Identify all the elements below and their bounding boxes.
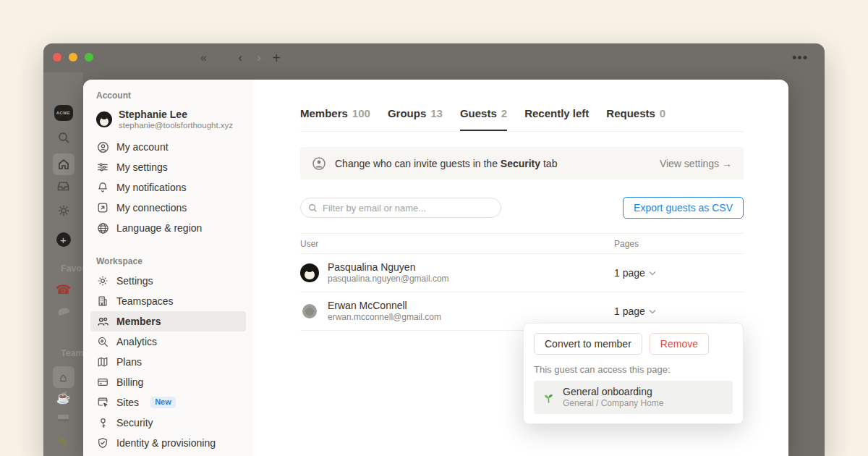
close-window-button[interactable] [53, 53, 61, 62]
browser-icon [96, 396, 109, 409]
app-sidebar-strip: ACME + Favorites ☎ Teamspaces ⌂ ☕ ✎ ▲ [43, 72, 83, 456]
sidebar-item-label: Sites [116, 397, 139, 408]
page-title: General onboarding [563, 386, 663, 398]
search-icon[interactable] [43, 131, 83, 144]
guest-actions-popup: Convert to member Remove This guest can … [523, 323, 744, 424]
account-user-email: stephanie@toolsforthought.xyz [119, 120, 233, 130]
tab-label: Requests [606, 107, 655, 122]
teamspace-home-icon[interactable]: ⌂ [43, 366, 83, 388]
teamspace-coffee-icon[interactable]: ☕ [43, 392, 83, 404]
settings-gear-icon[interactable] [43, 204, 83, 217]
tab-count: 100 [352, 107, 370, 122]
guest-controls: Export guests as CSV [300, 197, 744, 219]
building-icon [96, 295, 109, 308]
sidebar-item-label: Security [116, 417, 153, 428]
sidebar-item-analytics[interactable]: Analytics [90, 332, 246, 352]
favorite-shoe-icon[interactable] [43, 308, 83, 314]
sidebar-item-label: My account [116, 141, 169, 153]
account-user-row[interactable]: Stephanie Lee stephanie@toolsforthought.… [90, 106, 246, 133]
favorite-phone-icon[interactable]: ☎ [43, 284, 83, 296]
tab-requests[interactable]: Requests 0 [606, 107, 665, 131]
sidebar-item-label: Language & region [116, 222, 202, 234]
sidebar-item-plans[interactable]: Plans [90, 352, 246, 372]
collapse-sidebar-icon[interactable]: « [192, 43, 213, 72]
sidebar-item-sites[interactable]: Sites New [90, 392, 246, 413]
key-icon [96, 416, 109, 429]
more-options-icon[interactable]: ••• [786, 43, 814, 72]
avatar [302, 304, 317, 318]
guest-name: Pasqualina Nguyen [328, 261, 449, 274]
person-circle-icon [96, 140, 109, 153]
pages-count: 1 page [614, 305, 645, 317]
back-icon[interactable]: ‹ [230, 43, 250, 72]
teamspace-pencil-icon[interactable]: ✎ [43, 436, 83, 448]
tab-label: Groups [388, 107, 426, 122]
sidebar-item-my-notifications[interactable]: My notifications [90, 177, 246, 198]
sidebar-item-my-account[interactable]: My account [90, 137, 246, 157]
inbox-icon[interactable] [43, 180, 83, 193]
table-row: Pasqualina Nguyen pasqualina.nguyen@gmai… [300, 254, 744, 292]
table-header: User Pages [300, 233, 744, 254]
tab-recently-left[interactable]: Recently left [524, 107, 589, 131]
home-icon[interactable] [43, 153, 83, 175]
tab-count: 2 [501, 107, 507, 122]
tab-members[interactable]: Members 100 [300, 107, 370, 131]
person-circle-icon [312, 156, 326, 171]
guest-email: pasqualina.nguyen@gmail.com [328, 274, 449, 284]
sidebar-item-label: Plans [116, 356, 142, 368]
magnifier-plus-icon [96, 335, 109, 348]
member-tabs: Members 100 Groups 13 Guests 2 Recently … [300, 107, 744, 132]
sidebar-item-settings[interactable]: Settings [90, 271, 246, 291]
map-icon [96, 355, 109, 368]
sliders-icon [96, 161, 109, 174]
tab-groups[interactable]: Groups 13 [388, 107, 443, 131]
pages-dropdown[interactable]: 1 page [614, 267, 744, 279]
workspace-section-label: Workspace [90, 256, 246, 267]
accessible-page-row[interactable]: General onboarding General / Company Hom… [534, 381, 733, 414]
sidebar-item-label: Billing [116, 376, 143, 388]
app-window: « ‹ › + ••• ACME + Favorites ☎ Teamspace… [43, 43, 825, 456]
sidebar-item-label: Identity & provisioning [116, 437, 216, 449]
zoom-window-button[interactable] [85, 53, 93, 62]
globe-icon [96, 221, 109, 235]
pages-dropdown[interactable]: 1 page [614, 305, 744, 317]
export-guests-csv-button[interactable]: Export guests as CSV [623, 197, 744, 219]
teamspace-laptop-icon[interactable] [43, 415, 83, 421]
workspace-logo[interactable]: ACME [43, 105, 83, 121]
shield-check-icon [96, 436, 109, 449]
favorites-section-label: Favorites [61, 263, 83, 274]
sidebar-item-members[interactable]: Members [90, 311, 246, 332]
sidebar-item-label: My connections [116, 202, 187, 214]
account-user-name: Stephanie Lee [119, 109, 233, 120]
sidebar-item-security[interactable]: Security [90, 413, 246, 433]
guest-filter-field[interactable] [300, 198, 501, 218]
credit-card-icon [96, 376, 109, 389]
invite-guests-banner: Change who can invite guests in the Secu… [300, 147, 744, 180]
sidebar-item-identity-provisioning[interactable]: Identity & provisioning [90, 433, 246, 453]
account-section-label: Account [90, 90, 246, 101]
popup-caption: This guest can access this page: [534, 364, 733, 375]
sidebar-item-label: Members [116, 316, 161, 327]
sidebar-item-my-connections[interactable]: My connections [90, 198, 246, 218]
convert-to-member-button[interactable]: Convert to member [534, 333, 642, 355]
sidebar-item-billing[interactable]: Billing [90, 372, 246, 392]
tab-label: Guests [460, 107, 497, 122]
remove-guest-button[interactable]: Remove [650, 333, 709, 355]
new-tab-icon[interactable]: + [266, 43, 286, 72]
sidebar-item-label: Teamspaces [116, 295, 174, 307]
sidebar-item-language-region[interactable]: Language & region [90, 218, 246, 238]
tab-guests[interactable]: Guests 2 [460, 107, 507, 131]
titlebar: « ‹ › + ••• [43, 43, 825, 72]
view-settings-link[interactable]: View settings → [660, 158, 732, 169]
minimize-window-button[interactable] [69, 53, 77, 62]
sidebar-item-teamspaces[interactable]: Teamspaces [90, 291, 246, 311]
search-input[interactable] [323, 203, 493, 214]
sidebar-item-label: My settings [116, 161, 168, 173]
sidebar-item-my-settings[interactable]: My settings [90, 157, 246, 177]
sidebar-item-label: Settings [116, 275, 153, 287]
chevron-down-icon [649, 271, 656, 276]
column-header-user: User [300, 239, 614, 249]
avatar [96, 111, 112, 127]
new-page-icon[interactable]: + [43, 232, 83, 247]
guest-name: Erwan McConnell [328, 300, 441, 312]
